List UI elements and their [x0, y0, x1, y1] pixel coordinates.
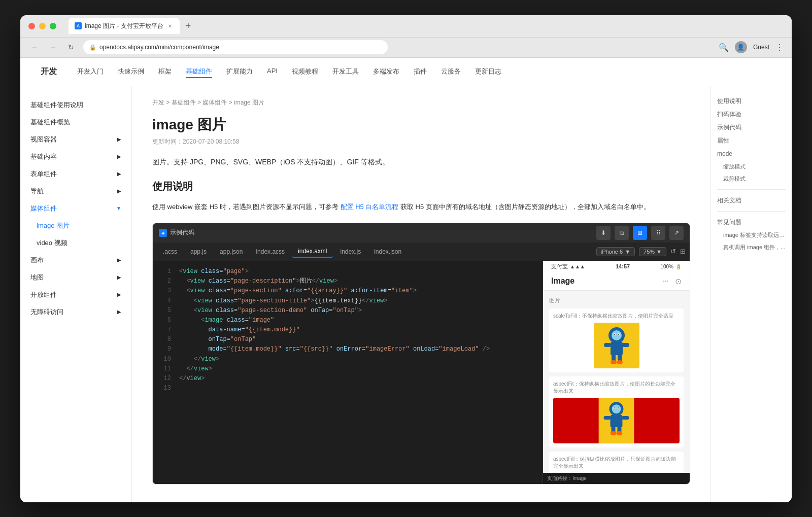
code-line-1: 1 <view class="page">: [161, 267, 534, 277]
image-demo-desc-3: aspectFill：保持纵横比缩放图片，只保证图片的短边能完全显示出来: [553, 456, 680, 470]
right-sidebar: 使用说明 扫码体验 示例代码 属性 mode 缩放模式 裁剪模式 相关文档 常见…: [710, 86, 792, 502]
status-right: 100% 🔋: [660, 264, 682, 269]
sidebar-item-media[interactable]: 媒体组件 ▼: [20, 200, 131, 217]
device-select[interactable]: iPhone 6 ▼: [596, 247, 635, 256]
code-line-12: 12 </view>: [161, 374, 534, 384]
sidebar-item-usage-intro[interactable]: 基础组件使用说明: [20, 96, 131, 114]
sidebar-item-view-container[interactable]: 视图容器 ▶: [20, 131, 131, 148]
preview-refresh-icon[interactable]: ↺: [670, 248, 676, 255]
sidebar-item-open[interactable]: 开放组件 ▶: [20, 286, 131, 303]
toc-item-related-docs[interactable]: 相关文档: [717, 194, 786, 207]
back-button[interactable]: ←: [28, 41, 41, 53]
sidebar-item-basic-content[interactable]: 基础内容 ▶: [20, 148, 131, 165]
tab-indexjson[interactable]: index.json: [368, 246, 408, 257]
nav-link-changelog[interactable]: 更新日志: [475, 65, 501, 78]
page-path-label: 页面路径：Image: [547, 475, 587, 481]
split-view-icon[interactable]: ⊞: [633, 226, 647, 240]
phone-status-bar: 支付宝 ▲▲▲ 14:57 100% 🔋: [543, 261, 690, 272]
new-tab-button[interactable]: +: [182, 21, 195, 31]
nav-link-quickexample[interactable]: 快速示例: [118, 65, 144, 78]
page-update-time: 更新时间：2020-07-20 08:10:58: [152, 137, 690, 146]
tab-appjs[interactable]: app.js: [184, 246, 213, 257]
svg-rect-22: [611, 415, 623, 427]
demo-actions: ⬇ ⧉ ⊞ ⠿ ↗: [596, 226, 684, 240]
breadcrumb: 开发 > 基础组件 > 媒体组件 > image 图片: [152, 98, 690, 107]
toc-item-faq-2[interactable]: 真机调用 image 组件，...: [717, 241, 786, 254]
toc-item-props[interactable]: 属性: [717, 134, 786, 147]
nav-link-extend[interactable]: 扩展能力: [226, 65, 253, 78]
nav-link-components[interactable]: 基础组件: [186, 65, 212, 78]
share-icon[interactable]: ↗: [669, 226, 684, 240]
sidebar-item-canvas[interactable]: 画布 ▶: [20, 252, 131, 269]
code-demo-header: ◈ 示例代码 ⬇ ⧉ ⊞ ⠿ ↗: [153, 223, 690, 243]
toc-item-usage[interactable]: 使用说明: [717, 94, 786, 108]
carrier-label: 支付宝: [551, 263, 568, 270]
toc-item-scan[interactable]: 扫码体验: [717, 108, 786, 121]
tab-close-icon[interactable]: ✕: [166, 22, 174, 29]
nav-link-cloud[interactable]: 云服务: [441, 65, 461, 78]
copy-icon[interactable]: ⧉: [615, 226, 629, 240]
more-dots-icon[interactable]: ···: [662, 277, 669, 286]
sidebar-item-image[interactable]: image 图片: [20, 217, 131, 234]
code-demo-container: ◈ 示例代码 ⬇ ⧉ ⊞ ⠿ ↗ .acss: [152, 223, 690, 485]
svg-point-12: [611, 360, 617, 364]
image-demo-item-2: aspectFit：保持纵横比缩放图片，使图片的长边能完全显示出来: [549, 376, 684, 447]
link-h5-whitelist[interactable]: 配置 H5 白名单流程: [341, 203, 399, 211]
forward-button[interactable]: →: [47, 41, 59, 53]
sidebar-item-form[interactable]: 表单组件 ▶: [20, 165, 131, 183]
toc-item-faq-1[interactable]: image 标签支持读取远文...: [717, 229, 786, 242]
minimize-button[interactable]: [39, 23, 46, 29]
nav-link-video[interactable]: 视频教程: [292, 65, 318, 78]
tab-indexjs[interactable]: index.js: [334, 246, 367, 257]
sidebar-item-accessibility[interactable]: 无障碍访问 ▶: [20, 303, 131, 321]
nav-link-multiplatform[interactable]: 多端发布: [373, 65, 399, 78]
preview-grid-icon[interactable]: ⊞: [680, 248, 686, 255]
grid-view-icon[interactable]: ⠿: [651, 226, 665, 240]
phone-preview: 支付宝 ▲▲▲ 14:57 100% 🔋: [543, 261, 690, 484]
sidebar-item-view-label: 视图容器: [30, 135, 57, 144]
sidebar-item-nav[interactable]: 导航 ▶: [20, 183, 131, 200]
chevron-right-icon: ▶: [117, 136, 121, 142]
tab-appjson[interactable]: app.json: [214, 246, 249, 257]
svg-rect-23: [604, 416, 611, 420]
nav-link-devtools[interactable]: 开发工具: [332, 65, 359, 78]
time-label: 14:57: [616, 263, 630, 269]
close-button[interactable]: [28, 23, 35, 29]
user-icon: 👤: [737, 44, 745, 51]
browser-tab[interactable]: A image 图片 - 支付宝开放平台 ✕: [69, 18, 180, 34]
zoom-select[interactable]: 75% ▼: [639, 247, 666, 256]
status-left: 支付宝 ▲▲▲: [551, 263, 585, 270]
url-bar[interactable]: 🔒 opendocs.alipay.com/mini/component/ima…: [83, 40, 388, 54]
tab-acss[interactable]: .acss: [157, 246, 183, 257]
toc-item-crop-mode[interactable]: 裁剪模式: [717, 173, 786, 185]
chevron-right-icon6: ▶: [117, 274, 121, 280]
sidebar-item-video[interactable]: video 视频: [20, 234, 131, 252]
sidebar-item-map[interactable]: 地图 ▶: [20, 269, 131, 286]
nav-link-api[interactable]: API: [267, 65, 278, 78]
toc-item-faq[interactable]: 常见问题: [717, 216, 786, 229]
user-avatar[interactable]: 👤: [735, 41, 747, 53]
page-description: 图片。支持 JPG、PNG、SVG、WEBP（iOS 不支持动图）、GIF 等格…: [152, 156, 690, 167]
nav-link-plugin[interactable]: 插件: [414, 65, 427, 78]
toc-item-example-code[interactable]: 示例代码: [717, 121, 786, 134]
nav-link-devintro[interactable]: 开发入门: [77, 65, 104, 78]
chevron-right-icon3: ▶: [117, 171, 121, 177]
chevron-right-icon2: ▶: [117, 154, 121, 159]
home-icon[interactable]: ⊙: [675, 277, 682, 286]
tab-indexacss[interactable]: index.acss: [250, 246, 291, 257]
user-label: Guest: [753, 44, 769, 51]
image-demo-desc-1: scaleToFill：不保持纵横比缩放图片，使图片完全适应: [553, 313, 680, 320]
search-icon[interactable]: 🔍: [719, 43, 729, 52]
sidebar-item-overview[interactable]: 基础组件概览: [20, 114, 131, 131]
download-icon[interactable]: ⬇: [596, 226, 611, 240]
toc-item-scale-mode[interactable]: 缩放模式: [717, 160, 786, 173]
zoom-chevron-icon: ▼: [656, 249, 662, 255]
tab-indexaxml[interactable]: index.axml: [292, 246, 333, 258]
maximize-button[interactable]: [50, 23, 56, 29]
nav-link-framework[interactable]: 框架: [158, 65, 172, 78]
toc-item-mode[interactable]: mode: [717, 147, 786, 160]
code-line-2: 2 <view class="page-description">图片</vie…: [161, 277, 534, 286]
menu-icon[interactable]: ⋮: [775, 43, 784, 52]
traffic-lights: [28, 23, 56, 29]
refresh-button[interactable]: ↻: [65, 41, 77, 53]
